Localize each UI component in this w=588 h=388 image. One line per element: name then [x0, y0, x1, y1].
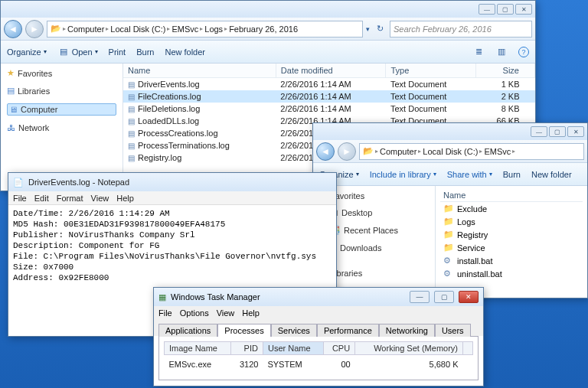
notepad-titlebar: 📄 DriverEvents.log - Notepad — [8, 173, 336, 191]
refresh-button[interactable]: ↻ — [373, 21, 387, 37]
col-date[interactable]: Date modified — [276, 64, 386, 78]
crumb-computer[interactable]: Computer — [380, 147, 416, 156]
forward-button[interactable]: ► — [25, 20, 44, 38]
explorer1-navbar: ◄ ► 📂 ▸Computer ▸Local Disk (C:) ▸EMSvc … — [1, 18, 535, 41]
back-button[interactable]: ◄ — [4, 20, 22, 38]
menu-options[interactable]: Options — [180, 308, 209, 318]
file-item[interactable]: ⚙uninstall.bat — [440, 267, 583, 280]
close-button[interactable]: ✕ — [515, 4, 532, 15]
menu-view[interactable]: View — [217, 308, 235, 318]
taskmgr-tabs: ApplicationsProcessesServicesPerformance… — [154, 320, 483, 336]
tab-processes[interactable]: Processes — [217, 324, 270, 337]
notepad-menubar: File Edit Format View Help — [8, 191, 336, 205]
folder-item[interactable]: 📁Registry — [440, 228, 583, 241]
close-button[interactable]: ✕ — [567, 126, 584, 137]
nav-computer[interactable]: 🖥Computer — [7, 103, 116, 116]
tab-applications[interactable]: Applications — [158, 324, 217, 337]
crumb-emsvc[interactable]: EMSvc — [484, 147, 511, 156]
crumb-emsvc[interactable]: EMSvc — [172, 24, 198, 34]
maximize-button[interactable]: ▢ — [549, 126, 566, 137]
open-menu[interactable]: ▤Open ▾ — [57, 46, 98, 58]
menu-file[interactable]: File — [158, 308, 172, 318]
libraries-icon: ▤ — [7, 86, 15, 96]
folder-icon: 📁 — [443, 204, 454, 214]
folder-item[interactable]: 📁Service — [440, 241, 583, 254]
col-working-set[interactable]: Working Set (Memory) — [355, 342, 463, 355]
crumb-computer[interactable]: Computer — [67, 24, 104, 34]
help-icon[interactable]: ? — [518, 47, 529, 57]
new-folder-button[interactable]: New folder — [531, 170, 572, 179]
crumb-date[interactable]: February 26, 2016 — [229, 24, 298, 34]
print-button[interactable]: Print — [109, 47, 126, 57]
col-size[interactable]: Size — [475, 64, 534, 78]
forward-button[interactable]: ► — [338, 142, 356, 161]
menu-format[interactable]: Format — [57, 194, 83, 203]
col-pid[interactable]: PID — [231, 342, 263, 355]
minimize-button[interactable]: — — [531, 126, 547, 137]
computer-icon: 🖥 — [9, 105, 18, 114]
maximize-button[interactable]: ▢ — [434, 291, 454, 303]
share-with-menu[interactable]: Share with ▾ — [447, 170, 492, 179]
textfile-icon: ▤ — [128, 129, 135, 138]
star-icon: ★ — [7, 68, 15, 78]
folder-icon: 📁 — [443, 230, 454, 240]
tab-networking[interactable]: Networking — [379, 324, 435, 337]
menu-help[interactable]: Help — [116, 194, 134, 203]
preview-pane-icon[interactable]: ▥ — [495, 46, 508, 58]
breadcrumb[interactable]: 📂 ▸Computer ▸Local Disk (C:) ▸EMSvc ▸Log… — [47, 21, 363, 37]
folder-icon: 📂 — [51, 24, 61, 34]
menu-edit[interactable]: Edit — [34, 194, 49, 203]
include-library-menu[interactable]: Include in library ▾ — [370, 170, 436, 179]
textfile-icon: ▤ — [128, 105, 135, 113]
minimize-button[interactable]: — — [479, 4, 495, 15]
folder-item[interactable]: 📁Logs — [440, 215, 583, 228]
col-cpu[interactable]: CPU — [323, 342, 355, 355]
taskmgr-menubar: File Options View Help — [154, 306, 483, 320]
col-user-name[interactable]: User Name — [263, 342, 323, 355]
close-button[interactable]: ✕ — [459, 291, 479, 303]
notepad-title: DriverEvents.log - Notepad — [28, 178, 129, 187]
col-name[interactable]: Name — [123, 64, 276, 78]
file-row[interactable]: ▤FileDeletions.log2/26/2016 1:14 AMText … — [123, 103, 535, 115]
search-input[interactable]: Search February 26, 2016 — [390, 21, 532, 37]
burn-button[interactable]: Burn — [503, 170, 521, 179]
crumb-localdisk[interactable]: Local Disk (C:) — [110, 24, 165, 34]
burn-button[interactable]: Burn — [136, 47, 154, 57]
folder-item[interactable]: 📁Exclude — [440, 202, 583, 215]
maximize-button[interactable]: ▢ — [497, 4, 514, 15]
tab-users[interactable]: Users — [435, 324, 471, 337]
textfile-icon: ▤ — [128, 142, 135, 150]
batchfile-icon: ⚙ — [443, 269, 454, 279]
menu-file[interactable]: File — [13, 194, 27, 203]
new-folder-button[interactable]: New folder — [165, 47, 205, 57]
file-row[interactable]: ▤DriverEvents.log2/26/2016 1:14 AMText D… — [123, 78, 535, 91]
back-button[interactable]: ◄ — [316, 142, 335, 161]
explorer2-filepane: Name 📁Exclude📁Logs📁Registry📁Service⚙inst… — [436, 186, 587, 298]
col-image-name[interactable]: Image Name — [165, 342, 231, 355]
menu-help[interactable]: Help — [242, 308, 260, 318]
tab-services[interactable]: Services — [271, 324, 317, 337]
minimize-button[interactable]: — — [410, 291, 430, 303]
breadcrumb[interactable]: 📂 ▸Computer ▸Local Disk (C:) ▸EMSvc ▸ — [359, 143, 584, 160]
open-icon: ▤ — [57, 46, 70, 58]
view-options-icon[interactable]: ≣ — [472, 46, 485, 58]
nav-network[interactable]: 🖧Network — [7, 123, 116, 132]
organize-menu[interactable]: Organize ▾ — [7, 47, 47, 57]
tab-performance[interactable]: Performance — [317, 324, 379, 337]
nav-favorites[interactable]: ★Favorites — [7, 68, 116, 78]
breadcrumb-dropdown-icon[interactable]: ▾ — [366, 25, 370, 33]
notepad-icon: 📄 — [13, 178, 24, 187]
col-name[interactable]: Name — [440, 189, 583, 202]
file-item[interactable]: ⚙install.bat — [440, 254, 583, 267]
crumb-localdisk[interactable]: Local Disk (C:) — [423, 147, 478, 156]
crumb-logs[interactable]: Logs — [204, 24, 223, 34]
explorer1-titlebar: — ▢ ✕ — [1, 1, 535, 18]
network-icon: 🖧 — [7, 123, 15, 132]
col-type[interactable]: Type — [386, 64, 475, 78]
folder-icon: 📂 — [363, 146, 374, 156]
process-row[interactable]: EMSvc.exe3120SYSTEM005,680 K — [165, 355, 473, 371]
menu-view[interactable]: View — [91, 194, 109, 203]
nav-libraries[interactable]: ▤Libraries — [7, 86, 116, 96]
task-manager-window: ▦ Windows Task Manager — ▢ ✕ File Option… — [153, 287, 484, 386]
file-row[interactable]: ▤FileCreations.log2/26/2016 1:14 AMText … — [123, 90, 535, 103]
